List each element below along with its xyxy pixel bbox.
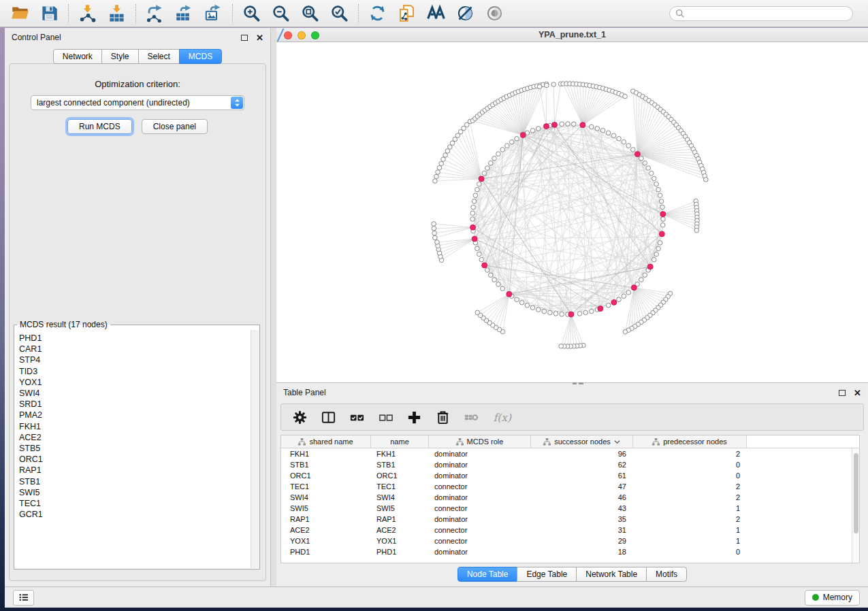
mcds-result-item[interactable]: TEC1 (19, 498, 251, 509)
mcds-result-item[interactable]: STB5 (19, 443, 251, 454)
mcds-list-scrollbar[interactable] (251, 330, 259, 568)
table-cell: dominator (429, 450, 531, 458)
column-header-MCDS-role[interactable]: MCDS role (429, 435, 531, 448)
horizontal-splitter-handle[interactable] (573, 382, 583, 385)
search-network-icon[interactable] (427, 4, 445, 22)
tab-network-table[interactable]: Network Table (576, 567, 647, 582)
run-mcds-button[interactable]: Run MCDS (67, 119, 132, 134)
mcds-result-item[interactable]: YOX1 (19, 377, 251, 388)
close-window-icon[interactable] (284, 31, 292, 39)
table-row[interactable]: STB1STB1dominator620 (281, 459, 859, 470)
minimize-window-icon[interactable] (298, 31, 306, 39)
close-panel-icon[interactable]: ✕ (256, 33, 263, 42)
column-header-name[interactable]: name (371, 435, 429, 448)
trash-icon[interactable] (435, 410, 451, 425)
search-input[interactable] (688, 9, 847, 18)
zoom-in-icon[interactable] (242, 4, 261, 22)
table-scrollbar-thumb[interactable] (854, 453, 858, 533)
tab-motifs[interactable]: Motifs (646, 567, 687, 582)
optimization-criterion-select[interactable]: largest connected component (undirected) (31, 95, 244, 110)
tab-edge-table[interactable]: Edge Table (517, 567, 577, 582)
close-table-panel-icon[interactable]: ✕ (854, 389, 861, 397)
close-panel-button[interactable]: Close panel (142, 119, 208, 134)
tab-network[interactable]: Network (53, 49, 102, 64)
tab-select[interactable]: Select (138, 49, 180, 64)
mcds-result-item[interactable]: ORC1 (19, 454, 251, 465)
network-canvas[interactable] (276, 42, 868, 382)
export-table-icon[interactable] (175, 4, 193, 22)
mcds-result-item[interactable]: STB1 (19, 476, 251, 487)
export-network-icon[interactable] (146, 4, 164, 22)
table-row[interactable]: SWI4SWI4dominator462 (281, 492, 859, 503)
mcds-result-item[interactable]: SRD1 (19, 399, 251, 410)
apply-layout-icon[interactable] (368, 4, 387, 22)
open-session-icon[interactable] (11, 4, 29, 22)
table-cell: 1 (633, 526, 747, 534)
table-cell: 2 (633, 493, 747, 501)
window-list-button[interactable] (13, 590, 34, 606)
mcds-result-item[interactable]: RAP1 (19, 465, 251, 476)
tab-node-table[interactable]: Node Table (457, 567, 518, 582)
table-row[interactable]: TEC1TEC1connector472 (281, 481, 859, 492)
mcds-result-item[interactable]: FKH1 (19, 421, 251, 432)
hide-details-icon[interactable] (456, 4, 475, 22)
gear-icon[interactable] (292, 410, 308, 425)
network-window-titlebar[interactable]: YPA_prune.txt_1 (276, 28, 868, 42)
float-panel-icon[interactable] (241, 35, 248, 41)
network-graph[interactable] (276, 42, 868, 382)
table-cell: ORC1 (371, 472, 429, 480)
mcds-result-item[interactable]: CAR1 (19, 344, 251, 354)
tab-mcds[interactable]: MCDS (179, 49, 222, 64)
table-cell: SWI4 (281, 493, 371, 501)
mcds-result-item[interactable]: PHD1 (19, 333, 251, 344)
control-panel-tabs: NetworkStyleSelectMCDS (5, 49, 270, 64)
import-network-icon[interactable] (78, 4, 97, 22)
mcds-result-item[interactable]: STP4 (19, 354, 251, 365)
show-details-icon[interactable] (485, 4, 504, 22)
table-row[interactable]: FKH1FKH1dominator962 (281, 448, 859, 459)
share-network-icon[interactable] (398, 4, 416, 22)
toolbar-divider (358, 4, 359, 23)
tab-style[interactable]: Style (101, 49, 139, 64)
columns-icon[interactable] (321, 410, 336, 425)
vertical-splitter[interactable] (271, 28, 276, 587)
table-cell: YOX1 (281, 537, 371, 545)
table-row[interactable]: PHD1PHD1dominator180 (281, 546, 859, 557)
table-row[interactable]: ACE2ACE2connector311 (281, 525, 859, 535)
zoom-out-icon[interactable] (272, 4, 290, 22)
memory-button[interactable]: Memory (805, 590, 860, 606)
mcds-tab-content: Optimization criterion: largest connecte… (9, 63, 266, 581)
table-row[interactable]: SWI5SWI5connector431 (281, 503, 859, 514)
add-icon[interactable] (406, 410, 422, 425)
select-all-icon[interactable] (349, 410, 365, 425)
mcds-result-item[interactable]: SWI4 (19, 388, 251, 399)
table-row[interactable]: RAP1RAP1dominator352 (281, 514, 859, 525)
table-cell: 35 (531, 515, 633, 523)
column-header-predecessor-nodes[interactable]: predecessor nodes (633, 435, 747, 448)
import-table-icon[interactable] (108, 4, 126, 22)
float-table-panel-icon[interactable] (839, 390, 846, 396)
mcds-result-item[interactable]: TID3 (19, 366, 251, 377)
mcds-result-item[interactable]: PMA2 (19, 410, 251, 420)
table-scrollbar[interactable] (852, 448, 859, 563)
table-row[interactable]: YOX1YOX1connector291 (281, 535, 859, 546)
column-header-successor-nodes[interactable]: successor nodes (531, 435, 633, 448)
table-panel-title: Table Panel (283, 388, 326, 397)
table-cell: connector (429, 482, 531, 491)
global-search-box[interactable] (669, 6, 853, 21)
save-session-icon[interactable] (40, 4, 59, 22)
table-cell: FKH1 (281, 450, 371, 458)
mcds-result-item[interactable]: GCR1 (19, 509, 251, 520)
zoom-fit-icon[interactable] (301, 4, 319, 22)
maximize-window-icon[interactable] (311, 31, 319, 39)
export-image-icon[interactable] (204, 4, 223, 22)
table-row[interactable]: ORC1ORC1dominator610 (281, 470, 859, 481)
zoom-selected-icon[interactable] (330, 4, 349, 22)
unselect-all-icon[interactable] (378, 410, 393, 425)
table-cell: TEC1 (281, 482, 371, 491)
mcds-result-item[interactable]: SWI5 (19, 487, 251, 498)
column-header-shared-name[interactable]: shared name (281, 435, 371, 448)
mcds-result-item[interactable]: ACE2 (19, 432, 251, 443)
attribute-icon (543, 438, 551, 446)
network-window-title: YPA_prune.txt_1 (539, 30, 606, 39)
